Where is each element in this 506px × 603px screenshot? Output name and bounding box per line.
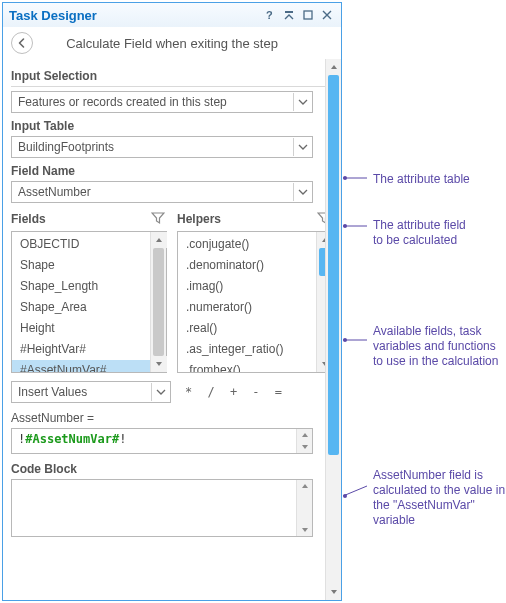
titlebar: Task Designer ? [3,3,341,27]
page-title: Calculate Field when exiting the step [33,36,333,51]
fields-helpers-row: Fields OBJECTIDShapeShape_LengthShape_Ar… [11,211,333,373]
expression-text: !#AssetNumVar#! [18,432,294,446]
input-selection-label: Input Selection [11,69,333,83]
field-name-value: AssetNumber [18,185,91,199]
list-item[interactable]: #HeightVar# [12,339,150,360]
window-title: Task Designer [9,8,259,23]
input-table-dropdown[interactable]: BuildingFootprints [11,136,313,158]
code-block-label: Code Block [11,462,333,476]
content-area: Input Selection Features or records crea… [3,59,341,600]
scroll-up-icon[interactable] [151,232,167,248]
scroll-down-icon[interactable] [297,524,313,536]
list-item[interactable]: .denominator() [178,255,316,276]
svg-rect-2 [304,11,312,19]
scrollbar[interactable] [150,232,166,372]
scroll-up-icon[interactable] [297,480,313,492]
insert-values-row: Insert Values * / + - = [11,381,333,403]
dock-button[interactable] [281,7,297,23]
input-selection-value: Features or records created in this step [18,95,227,109]
close-button[interactable] [319,7,335,23]
svg-point-6 [343,224,347,228]
task-designer-panel: Task Designer ? Calculate Field when exi… [2,2,342,601]
helpers-header: Helpers [177,212,221,226]
list-item[interactable]: Shape [12,255,150,276]
code-block-input[interactable] [11,479,313,537]
operator-buttons[interactable]: * / + - = [185,385,286,399]
list-item[interactable]: Shape_Area [12,297,150,318]
help-button[interactable]: ? [262,7,278,23]
list-item[interactable]: .imag() [178,276,316,297]
back-button[interactable] [11,32,33,54]
svg-point-4 [343,176,347,180]
list-item[interactable]: .as_integer_ratio() [178,339,316,360]
scrollbar[interactable] [296,480,312,536]
insert-values-label: Insert Values [18,385,87,399]
helpers-listbox[interactable]: .conjugate().denominator().imag().numera… [177,231,333,373]
scroll-down-icon[interactable] [297,441,313,453]
scroll-up-icon[interactable] [297,429,313,441]
maximize-button[interactable] [300,7,316,23]
input-selection-dropdown[interactable]: Features or records created in this step [11,91,313,113]
panel-scrollbar[interactable] [325,59,341,600]
list-item[interactable]: OBJECTID [12,234,150,255]
insert-values-dropdown[interactable]: Insert Values [11,381,171,403]
scrollbar[interactable] [296,429,312,453]
svg-point-10 [343,494,347,498]
list-item[interactable]: .fromhex() [178,360,316,372]
field-name-label: Field Name [11,164,333,178]
helpers-column: Helpers .conjugate().denominator().imag(… [177,211,333,373]
field-name-dropdown[interactable]: AssetNumber [11,181,313,203]
filter-icon[interactable] [151,211,167,227]
list-item[interactable]: .numerator() [178,297,316,318]
svg-rect-1 [285,11,293,13]
scroll-down-icon[interactable] [326,584,341,600]
scroll-down-icon[interactable] [151,356,167,372]
expression-label: AssetNumber = [11,411,333,425]
chevron-down-icon [293,93,311,111]
svg-line-9 [343,486,367,496]
fields-listbox[interactable]: OBJECTIDShapeShape_LengthShape_AreaHeigh… [11,231,167,373]
list-item[interactable]: Shape_Length [12,276,150,297]
svg-point-8 [343,338,347,342]
fields-column: Fields OBJECTIDShapeShape_LengthShape_Ar… [11,211,167,373]
list-item[interactable]: #AssetNumVar# [12,360,150,372]
fields-header: Fields [11,212,46,226]
page-header-row: Calculate Field when exiting the step [3,27,341,59]
svg-text:?: ? [266,9,273,21]
divider [11,86,333,87]
chevron-down-icon [293,138,311,156]
list-item[interactable]: Height [12,318,150,339]
chevron-down-icon [151,383,169,401]
chevron-down-icon [293,183,311,201]
input-table-label: Input Table [11,119,333,133]
expression-input[interactable]: !#AssetNumVar#! [11,428,313,454]
list-item[interactable]: .real() [178,318,316,339]
input-table-value: BuildingFootprints [18,140,114,154]
list-item[interactable]: .conjugate() [178,234,316,255]
scroll-up-icon[interactable] [326,59,341,75]
